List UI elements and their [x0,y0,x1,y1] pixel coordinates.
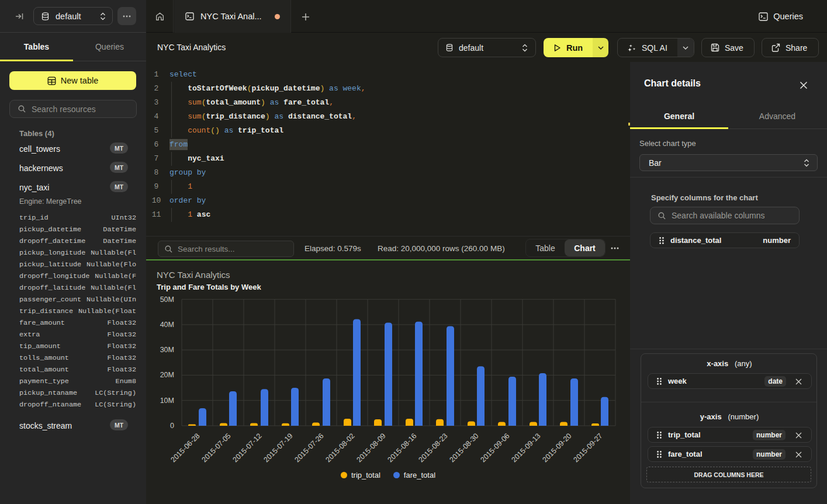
svg-text:2015-08-30: 2015-08-30 [448,432,480,464]
svg-text:2015-07-05: 2015-07-05 [200,432,233,464]
svg-text:2015-08-02: 2015-08-02 [324,432,357,464]
svg-text:2015-08-23: 2015-08-23 [417,432,449,464]
svg-text:50M: 50M [160,296,174,304]
svg-text:2015-09-13: 2015-09-13 [510,432,542,464]
svg-text:30M: 30M [160,346,174,354]
svg-text:10M: 10M [160,397,174,405]
svg-text:0: 0 [170,422,174,430]
svg-text:40M: 40M [160,321,174,329]
svg-text:2015-08-09: 2015-08-09 [355,432,387,464]
svg-text:2015-06-28: 2015-06-28 [169,432,202,464]
svg-text:2015-08-16: 2015-08-16 [386,432,418,464]
svg-text:2015-09-27: 2015-09-27 [572,432,604,464]
svg-text:2015-07-26: 2015-07-26 [293,432,326,464]
svg-text:2015-07-12: 2015-07-12 [231,432,264,464]
svg-text:2015-07-19: 2015-07-19 [262,432,295,464]
svg-text:2015-09-20: 2015-09-20 [541,432,573,464]
svg-text:20M: 20M [160,371,174,379]
svg-text:2015-09-06: 2015-09-06 [479,432,511,464]
